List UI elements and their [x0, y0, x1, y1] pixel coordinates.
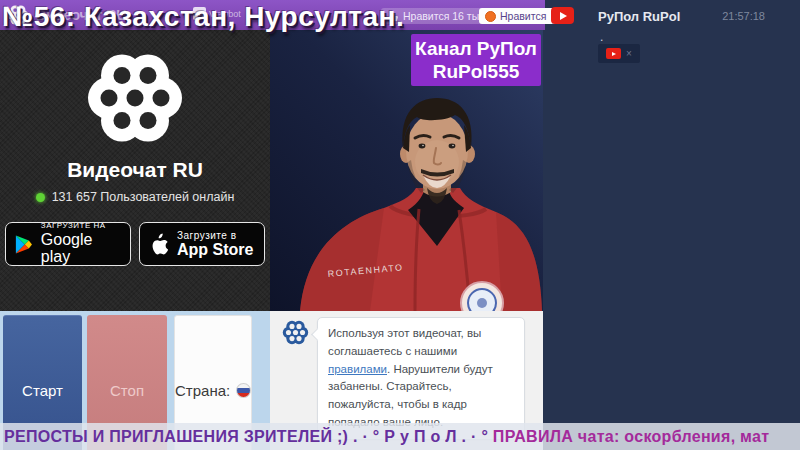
google-play-badge[interactable]: ЗАГРУЗИТЕ НА Google play	[5, 222, 131, 266]
rules-bubble: Используя этот видеочат, вы соглашаетесь…	[317, 317, 525, 440]
marquee-bar: РЕПОСТЫ И ПРИГЛАШЕНИЯ ЗРИТЕЛЕЙ ;) . · ° …	[0, 423, 800, 450]
as-name: App Store	[177, 241, 253, 259]
rules-text-1: Используя этот видеочат, вы соглашаетесь…	[328, 327, 481, 357]
marquee-text-1: РЕПОСТЫ И ПРИГЛАШЕНИЯ ЗРИТЕЛЕЙ ;) . · ° …	[4, 428, 493, 445]
country-label: Страна:	[175, 382, 230, 399]
rules-link[interactable]: правилами	[328, 363, 387, 375]
videochat-logo-icon	[85, 48, 185, 148]
videochat-app: Видеочат RU Viewbot Нравится 16 тыс. Нра…	[0, 0, 800, 450]
channel-badge-line2: RuPol555	[413, 60, 539, 83]
chat-message: .	[600, 30, 603, 44]
google-play-icon	[15, 234, 33, 255]
videochat-title: Видеочат RU	[0, 158, 270, 182]
online-text: 131 657 Пользователей онлайн	[52, 190, 235, 204]
videochat-mini-logo-icon	[282, 319, 309, 346]
gp-caption: ЗАГРУЗИТЕ НА	[41, 222, 121, 231]
online-dot-icon	[36, 193, 45, 202]
as-caption: Загрузите в	[177, 230, 253, 241]
chat-timestamp: 21:57:18	[722, 10, 765, 22]
gp-name: Google play	[41, 231, 121, 266]
apple-icon	[149, 232, 169, 256]
channel-badge: Канал РуПол RuPol555	[411, 34, 541, 86]
store-badges: ЗАГРУЗИТЕ НА Google play Загрузите в App…	[4, 222, 266, 266]
play-icon	[560, 12, 567, 20]
chat-panel: РуПол RuPol 21:57:18 . ×	[543, 0, 800, 450]
online-counter: 131 657 Пользователей онлайн	[0, 190, 270, 204]
start-label: Старт	[22, 382, 63, 399]
app-store-badge[interactable]: Загрузите в App Store	[139, 222, 265, 266]
youtube-chip-icon	[606, 48, 621, 59]
chat-link-chip[interactable]: ×	[598, 44, 640, 63]
channel-badge-line1: Канал РуПол	[413, 37, 539, 60]
video-stream: ROTAENHATO	[270, 30, 543, 311]
chat-author[interactable]: РуПол RuPol	[598, 9, 680, 24]
marquee-text-2: ПРАВИЛА чата: оскорбления, мат	[493, 428, 770, 445]
stop-label: Стоп	[110, 382, 144, 399]
left-panel: Видеочат RU 131 657 Пользователей онлайн…	[0, 30, 270, 311]
close-icon[interactable]: ×	[626, 49, 632, 59]
russia-flag-icon	[236, 383, 251, 398]
youtube-button[interactable]	[551, 7, 574, 24]
room-title-overlay: №56: Казахстан, Нурсултан.	[2, 1, 562, 33]
